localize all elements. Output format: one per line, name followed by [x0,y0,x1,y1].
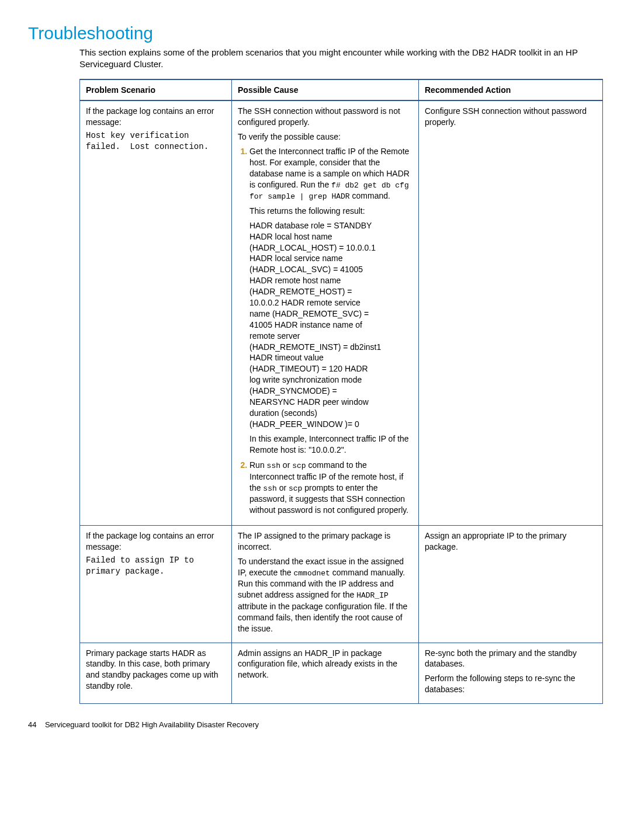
scenario-code: Host key verification failed. Lost conne… [86,130,226,152]
page-number: 44 [28,720,36,729]
page-heading: Troubleshooting [28,23,603,43]
hadr-output: HADR database role = STANDBY HADR local … [249,220,412,430]
example-line: In this example, Interconnect traffic IP… [249,433,412,456]
verify-step-2: Run ssh or scp command to the Interconne… [249,460,412,516]
cause-cmd-hadr-ip: HADR_IP [356,591,389,600]
cause-cmd-cmmodnet: cmmodnet [293,569,330,578]
col-header-possible-cause: Possible Cause [232,79,419,101]
returns-line: This returns the following result: [249,206,412,217]
table-row: If the package log contains an error mes… [80,100,603,525]
step2-mid1: or [280,460,292,470]
cause-body-tail: attribute in the package configuration f… [238,602,407,633]
verify-step-1: Get the Interconnect traffic IP of the R… [249,146,412,455]
step1-cmd-suffix: command. [350,191,390,200]
cause-cell: The IP assigned to the primary package i… [232,526,419,643]
cause-lead: The IP assigned to the primary package i… [238,530,412,553]
page-footer: 44 Serviceguard toolkit for DB2 High Ava… [28,720,603,729]
cause-lead: The SSH connection without password is n… [238,106,412,128]
action-line-1: Re-sync both the primary and the standby… [425,648,597,670]
step2-cmd-ssh-2: ssh [263,484,276,493]
step2-pre: Run [249,460,267,470]
scenario-text: If the package log contains an error mes… [86,106,226,128]
scenario-code: Failed to assign IP to primary package. [86,555,226,577]
cause-body: To understand the exact issue in the ass… [238,556,412,634]
table-row: If the package log contains an error mes… [80,526,603,643]
cause-cell: The SSH connection without password is n… [232,100,419,525]
action-line-2: Perform the following steps to re-sync t… [425,673,597,695]
action-cell: Configure SSH connection without passwor… [419,100,603,525]
scenario-cell: If the package log contains an error mes… [80,100,232,525]
action-cell: Re-sync both the primary and the standby… [419,643,603,704]
step2-cmd-ssh: ssh [267,461,280,470]
action-cell: Assign an appropriate IP to the primary … [419,526,603,643]
table-row: Primary package starts HADR as standby. … [80,643,603,704]
scenario-cell: If the package log contains an error mes… [80,526,232,643]
step2-cmd-scp-2: scp [289,484,302,493]
col-header-problem-scenario: Problem Scenario [80,79,232,101]
verify-heading: To verify the possible cause: [238,131,412,143]
running-title: Serviceguard toolkit for DB2 High Availa… [45,720,259,729]
scenario-text: If the package log contains an error mes… [86,530,226,553]
intro-paragraph: This section explains some of the proble… [79,47,603,71]
step2-cmd-scp: scp [292,461,306,470]
cause-cell: Admin assigns an HADR_IP in package conf… [232,643,419,704]
col-header-recommended-action: Recommended Action [419,79,603,101]
troubleshooting-table: Problem Scenario Possible Cause Recommen… [79,79,603,704]
step2-mid3: or [277,483,289,492]
table-header-row: Problem Scenario Possible Cause Recommen… [80,79,603,101]
verify-steps: Get the Interconnect traffic IP of the R… [238,146,412,516]
scenario-cell: Primary package starts HADR as standby. … [80,643,232,704]
